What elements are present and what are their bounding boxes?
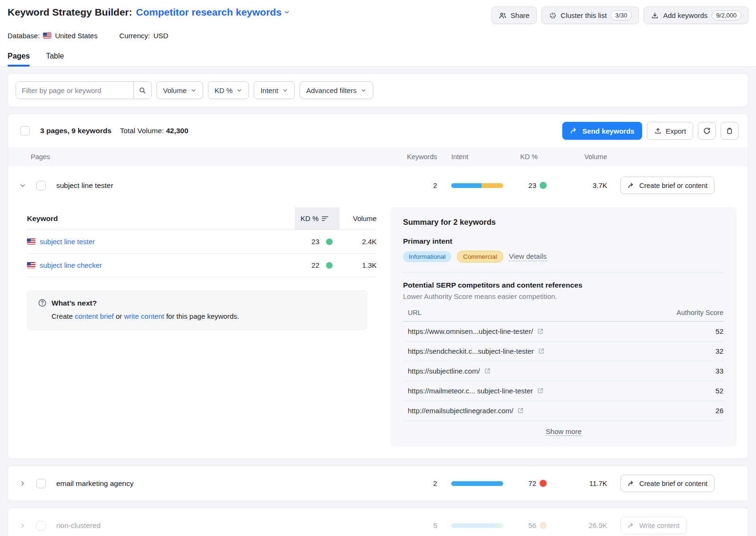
delete-button[interactable] (721, 122, 739, 140)
whats-next-text-part: or (114, 312, 124, 320)
external-link-icon[interactable] (484, 367, 491, 374)
row-checkbox[interactable] (36, 479, 46, 488)
keywords-count: 2 (399, 181, 437, 189)
database-selector[interactable]: Database: United States (8, 32, 97, 40)
keyword-link[interactable]: subject line checker (40, 261, 102, 269)
volume-value: 11.7K (560, 479, 607, 487)
intent-bar-segment (451, 183, 481, 188)
serp-url[interactable]: https://www.omnisen...ubject-line-tester… (408, 327, 544, 335)
kd-dot (540, 182, 547, 189)
currency-indicator: Currency: USD (119, 32, 168, 40)
serp-url-row: https://mailmeteor.c... subject-line-tes… (403, 381, 724, 401)
cluster-list-button[interactable]: Cluster this list 3/30 (541, 7, 639, 24)
serp-url[interactable]: https://subjectline.com/ (408, 367, 491, 375)
whats-next-text: Create content brief or write content fo… (52, 312, 356, 320)
row-checkbox[interactable] (36, 521, 46, 530)
authority-score-value: 52 (715, 387, 723, 395)
write-content-link[interactable]: write content (124, 312, 164, 320)
page-header: Keyword Strategy Builder: Competitor res… (0, 0, 756, 67)
whats-next-text-part: Create (52, 312, 75, 320)
refresh-button[interactable] (698, 122, 716, 140)
write-content-button[interactable]: Write content (620, 517, 687, 534)
view-details-link[interactable]: View details (509, 252, 547, 261)
authority-score-value: 26 (715, 407, 723, 415)
send-arrow-icon (627, 522, 635, 529)
send-arrow-icon (627, 182, 635, 189)
advanced-filters-dropdown[interactable]: Advanced filters (300, 81, 373, 99)
url-table-body: https://www.omnisen...ubject-line-tester… (403, 322, 724, 421)
page-name: subject line tester (56, 181, 113, 190)
show-more-link[interactable]: Show more (546, 427, 582, 436)
selection-summary: 3 pages, 9 keywords (40, 127, 112, 135)
select-all-checkbox[interactable] (20, 126, 30, 136)
keyword-table-header: Keyword KD % Volume (27, 207, 377, 230)
external-link-icon[interactable] (538, 348, 545, 355)
cluster-count-badge: 3/30 (610, 10, 632, 20)
tab-pages[interactable]: Pages (8, 52, 30, 66)
keyword-link[interactable]: subject line tester (40, 238, 95, 246)
intent-filter-label: Intent (260, 86, 278, 94)
share-button[interactable]: Share (491, 7, 537, 24)
chevron-right-icon[interactable] (17, 480, 28, 487)
total-volume-label: Total Volume: (120, 127, 164, 135)
advanced-filters-label: Advanced filters (306, 86, 357, 94)
export-button[interactable]: Export (647, 122, 693, 140)
external-link-icon[interactable] (537, 328, 544, 335)
add-keywords-button[interactable]: Add keywords 9/2,000 (644, 7, 748, 24)
whats-next-title: What’s next? (52, 299, 97, 307)
authority-score-value: 52 (715, 327, 723, 335)
external-link-icon[interactable] (537, 387, 544, 394)
share-label: Share (511, 11, 530, 19)
external-link-icon[interactable] (517, 407, 524, 414)
content-brief-link[interactable]: content brief (75, 312, 114, 320)
intent-bar (451, 481, 503, 486)
create-brief-button[interactable]: Create brief or content (620, 177, 714, 194)
column-keyword: Keyword (27, 207, 295, 230)
kd-value: 56 (519, 521, 536, 529)
chevron-down-icon[interactable] (17, 182, 28, 189)
create-brief-button[interactable]: Create brief or content (620, 475, 714, 492)
kd-filter-dropdown[interactable]: KD % (208, 81, 249, 99)
divider (403, 272, 724, 272)
primary-intent-label: Primary intent (403, 237, 724, 246)
column-kd-label: KD % (301, 214, 318, 222)
currency-label: Currency: (119, 32, 150, 40)
search-input[interactable] (16, 82, 133, 99)
kd-dot (326, 262, 333, 269)
total-volume: Total Volume: 42,300 (120, 127, 189, 135)
summary-panel: Summary for 2 keywords Primary intent In… (391, 207, 737, 446)
serp-url[interactable]: https://mailmeteor.c... subject-line-tes… (408, 387, 544, 395)
list-selector[interactable]: Competitor research keywords (136, 7, 290, 18)
add-keywords-label: Add keywords (663, 11, 707, 19)
page-name: email marketing agency (56, 479, 134, 488)
create-brief-label: Create brief or content (639, 480, 707, 487)
volume-filter-dropdown[interactable]: Volume (156, 81, 203, 99)
send-keywords-button[interactable]: Send keywords (562, 122, 642, 140)
send-arrow-icon (570, 127, 578, 135)
list-selector-label: Competitor research keywords (136, 7, 282, 18)
column-volume: Volume (560, 153, 607, 161)
volume-value: 26.9K (560, 521, 607, 529)
url-table-header: URL Authority Score (403, 309, 724, 322)
export-label: Export (666, 127, 686, 135)
tab-table[interactable]: Table (46, 52, 64, 66)
keywords-count: 5 (399, 521, 437, 529)
chevron-down-icon (361, 87, 367, 94)
currency-value: USD (153, 32, 168, 40)
serp-url[interactable]: https://sendcheckit.c...subject-line-tes… (408, 347, 545, 355)
serp-subtitle: Lower Authority Score means easier compe… (403, 292, 724, 300)
column-kd-sorted[interactable]: KD % (295, 207, 340, 230)
volume-value: 2.4K (340, 238, 377, 246)
send-arrow-icon (627, 480, 635, 487)
intent-filter-dropdown[interactable]: Intent (254, 81, 295, 99)
search-box (16, 81, 152, 99)
column-kd: KD % (519, 153, 538, 161)
kd-dot (326, 238, 333, 245)
search-icon[interactable] (133, 82, 151, 99)
row-checkbox[interactable] (36, 181, 46, 190)
serp-url-row: http://emailsubjectlinegrader.com/26 (403, 401, 724, 421)
serp-url[interactable]: http://emailsubjectlinegrader.com/ (408, 407, 524, 415)
us-flag-icon (43, 33, 52, 39)
volume-value: 1.3K (340, 261, 377, 269)
chevron-right-icon[interactable] (17, 522, 28, 529)
